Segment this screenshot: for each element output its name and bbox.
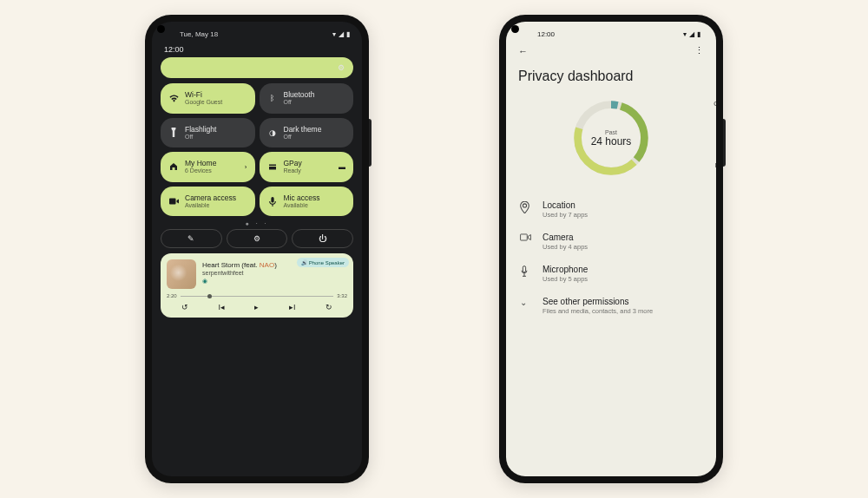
wifi-icon [168,95,179,102]
signal-icon: ◢ [689,30,694,38]
gear-icon[interactable]: ⚙ [338,63,345,72]
perm-title: See other permissions [542,297,653,306]
app-bar: ← ⋮ [518,42,704,63]
perm-title: Camera [542,233,588,242]
chevron-right-icon: › [245,163,247,171]
perm-see-other[interactable]: ⌄ See other permissionsFiles and media, … [518,290,704,322]
rewind-button[interactable]: ↺ [181,303,188,311]
tile-wifi[interactable]: Wi-FiGoogle Guest [161,83,255,114]
media-card[interactable]: 🔊 Phone Speaker Heart Storm (feat. NAO) … [161,253,353,318]
usage-donut-wrap: Location Camera Microphone Past 24 hours [518,96,704,180]
edit-button[interactable]: ✎ [161,229,222,248]
time-total: 3:32 [337,293,347,298]
tile-title: Camera access [185,193,236,202]
overflow-menu-button[interactable]: ⋮ [694,45,704,56]
tile-sub: Available [284,202,320,209]
videocam-icon [520,233,532,241]
tile-title: Wi-Fi [185,90,222,99]
status-icons: ▾ ◢ ▮ [683,30,700,38]
tile-title: My Home [185,159,216,167]
tile-gpay[interactable]: GPayReady ▬ [260,152,354,182]
media-eq-icon: ◉ [202,278,347,285]
perm-title: Microphone [542,265,588,274]
expand-icon: ⌄ [520,297,532,307]
tile-camera-access[interactable]: Camera accessAvailable [161,187,255,217]
qs-footer: ✎ ⚙ ⏻ [161,229,353,248]
usage-donut: Past 24 hours [569,96,653,180]
media-controls: ↺ I◂ ▸ ▸I ↻ [167,303,347,311]
play-button[interactable]: ▸ [254,303,259,311]
media-output-chip[interactable]: 🔊 Phone Speaker [297,258,349,267]
mic-icon [520,265,532,277]
status-icons: ▾ ◢ ▮ [332,30,350,38]
home-icon [168,162,179,171]
qs-tile-grid: Wi-FiGoogle Guest ᛒ BluetoothOff Flashli… [161,83,353,216]
tile-title: GPay [284,159,302,167]
mic-icon [267,197,278,206]
card-icon: ▬ [339,163,345,171]
album-art [167,259,196,289]
dark-icon: ◑ [267,128,278,137]
perm-sub: Used by 7 apps [542,211,588,219]
donut-label-microphone: Microphone [715,161,716,169]
settings-button[interactable]: ⚙ [227,229,288,248]
phone-quick-settings: Tue, May 18 ▾ ◢ ▮ 12:00 ⚙ Wi-FiGoogle Gu… [145,15,369,483]
signal-icon: ◢ [339,30,344,38]
donut-label-camera: Camera [713,100,716,108]
donut-center-value: 24 hours [591,135,632,147]
tile-home[interactable]: My Home6 Devices › [161,152,255,182]
perm-title: Location [542,200,588,210]
wallet-icon [267,163,278,171]
tile-sub: Off [284,99,315,106]
pin-icon [520,200,532,213]
page-title: Privacy dashboard [518,69,704,84]
page-indicator: ● · · [161,220,353,226]
tile-sub: Ready [284,167,302,174]
tile-sub: Off [185,134,216,141]
tile-sub: 6 Devices [185,167,216,174]
tile-title: Bluetooth [284,90,315,99]
perm-sub: Files and media, contacts, and 3 more [542,307,653,315]
tile-sub: Available [185,202,236,209]
punch-hole-camera [511,25,519,33]
battery-icon: ▮ [346,30,350,38]
screen-light: 12:00 ▾ ◢ ▮ ← ⋮ Privacy dashboard Locati… [506,22,716,476]
brightness-slider[interactable]: ⚙ [161,57,353,78]
perm-location[interactable]: LocationUsed by 7 apps [518,193,704,226]
qs-time: 12:00 [164,45,353,54]
perm-sub: Used by 4 apps [542,243,588,251]
status-date: Tue, May 18 [180,30,218,38]
wifi-icon: ▾ [332,30,336,38]
videocam-icon [168,198,179,205]
media-artist: serpentwithfeet [202,270,347,276]
tile-mic-access[interactable]: Mic accessAvailable [260,187,354,217]
prev-button[interactable]: I◂ [219,303,226,311]
power-button[interactable]: ⏻ [292,229,353,248]
tile-title: Mic access [284,193,320,202]
status-bar: 12:00 ▾ ◢ ▮ [518,29,704,42]
punch-hole-camera [157,25,165,33]
tile-title: Dark theme [284,125,322,134]
perm-microphone[interactable]: MicrophoneUsed by 5 apps [518,258,704,290]
screen-dark: Tue, May 18 ▾ ◢ ▮ 12:00 ⚙ Wi-FiGoogle Gu… [152,22,362,476]
time-elapsed: 2:20 [167,293,177,298]
media-progress[interactable]: 2:20 3:32 [167,293,347,298]
status-bar: Tue, May 18 ▾ ◢ ▮ [161,29,353,42]
status-time: 12:00 [537,30,555,38]
tile-sub: Off [284,134,322,141]
back-button[interactable]: ← [518,46,528,56]
tile-flashlight[interactable]: FlashlightOff [161,118,255,148]
perm-camera[interactable]: CameraUsed by 4 apps [518,226,704,258]
wifi-icon: ▾ [683,30,687,38]
forward-button[interactable]: ↻ [326,303,332,311]
flashlight-icon [168,128,179,137]
tile-bluetooth[interactable]: ᛒ BluetoothOff [260,83,354,114]
tile-title: Flashlight [185,125,216,134]
tile-dark-theme[interactable]: ◑ Dark themeOff [260,118,354,148]
phone-privacy-dashboard: 12:00 ▾ ◢ ▮ ← ⋮ Privacy dashboard Locati… [499,15,723,483]
donut-center-label: Past [605,129,617,135]
bluetooth-icon: ᛒ [267,94,278,102]
tile-sub: Google Guest [185,99,222,106]
perm-sub: Used by 5 apps [542,275,588,283]
next-button[interactable]: ▸I [289,303,296,311]
